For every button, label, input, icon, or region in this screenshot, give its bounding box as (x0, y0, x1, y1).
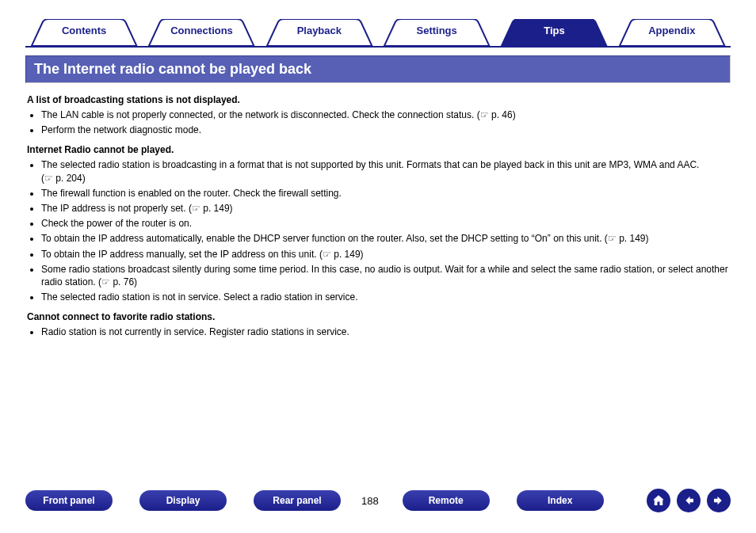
tab-playback[interactable]: Playback (261, 19, 378, 46)
home-icon[interactable] (647, 489, 670, 512)
tab-label: Playback (297, 25, 342, 36)
tab-label: Contents (62, 25, 106, 36)
tab-contents[interactable]: Contents (25, 19, 143, 46)
pointer-icon: ☞ (480, 109, 489, 120)
list-item-text: Some radio stations broadcast silently d… (41, 264, 728, 287)
page-number: 188 (361, 495, 379, 507)
list-item: The IP address is not properly set. (☞ p… (41, 202, 731, 215)
pointer-icon: ☞ (44, 173, 53, 184)
section-heading: Internet Radio cannot be played. (27, 144, 731, 155)
bottom-bar: Front panel Display Rear panel 188 Remot… (0, 489, 756, 512)
list-item: To obtain the IP address manually, set t… (41, 248, 731, 261)
list-item-text: Radio station is not currently in servic… (41, 326, 349, 337)
list-item-text: To obtain the IP address manually, set t… (41, 249, 317, 260)
list-item: The LAN cable is not properly connected,… (41, 109, 731, 121)
list-item: Perform the network diagnostic mode. (41, 124, 731, 136)
index-button[interactable]: Index (517, 490, 604, 511)
list-item: The selected radio station is broadcasti… (41, 158, 731, 184)
page: ContentsConnectionsPlaybackSettingsTipsA… (0, 0, 756, 533)
remote-button[interactable]: Remote (403, 490, 490, 511)
page-ref[interactable]: (☞ p. 76) (98, 276, 137, 287)
tab-tips[interactable]: Tips (495, 19, 613, 46)
display-button[interactable]: Display (139, 490, 227, 511)
pointer-icon: ☞ (323, 249, 331, 260)
list-item: The firewall function is enabled on the … (41, 187, 731, 200)
tab-label: Tips (544, 25, 565, 36)
nav-icons (647, 489, 731, 512)
tab-connections[interactable]: Connections (143, 19, 260, 46)
content-body: A list of broadcasting stations is not d… (25, 83, 731, 338)
section-list: Radio station is not currently in servic… (41, 326, 731, 338)
tab-settings[interactable]: Settings (378, 19, 495, 46)
section-list: The LAN cable is not properly connected,… (41, 109, 731, 136)
page-ref[interactable]: (☞ p. 149) (319, 249, 364, 260)
rear-panel-button[interactable]: Rear panel (254, 490, 341, 511)
tab-label: Appendix (648, 25, 695, 36)
list-item-text: Perform the network diagnostic mode. (41, 124, 201, 135)
list-item: Radio station is not currently in servic… (41, 326, 731, 338)
pointer-icon: ☞ (192, 203, 200, 214)
tab-label: Settings (417, 25, 457, 36)
list-item-text: The selected radio station is not in ser… (41, 291, 358, 303)
list-item: The selected radio station is not in ser… (41, 291, 731, 303)
list-item: Some radio stations broadcast silently d… (41, 263, 731, 288)
tab-label: Connections (170, 25, 233, 36)
page-ref[interactable]: (☞ p. 204) (41, 173, 86, 184)
section-heading: A list of broadcasting stations is not d… (27, 94, 731, 105)
front-panel-button[interactable]: Front panel (25, 490, 113, 511)
list-item-text: The selected radio station is broadcasti… (41, 159, 699, 170)
next-icon[interactable] (707, 489, 731, 512)
page-title: The Internet radio cannot be played back (25, 55, 731, 83)
list-item-text: The IP address is not properly set. (41, 203, 186, 214)
page-ref[interactable]: (☞ p. 46) (477, 109, 516, 120)
section-list: The selected radio station is broadcasti… (41, 158, 731, 303)
page-ref[interactable]: (☞ p. 149) (189, 203, 233, 214)
list-item-text: The LAN cable is not properly connected,… (41, 109, 474, 120)
list-item: To obtain the IP address automatically, … (41, 232, 731, 245)
pointer-icon: ☞ (608, 233, 617, 244)
section-heading: Cannot connect to favorite radio station… (27, 311, 731, 322)
top-tabbar: ContentsConnectionsPlaybackSettingsTipsA… (25, 19, 731, 48)
pointer-icon: ☞ (101, 276, 110, 287)
tab-appendix[interactable]: Appendix (613, 19, 731, 46)
list-item-text: The firewall function is enabled on the … (41, 188, 342, 199)
list-item-text: Check the power of the router is on. (41, 218, 192, 229)
page-ref[interactable]: (☞ p. 149) (605, 233, 649, 244)
list-item-text: To obtain the IP address automatically, … (41, 233, 602, 244)
prev-icon[interactable] (677, 489, 701, 512)
list-item: Check the power of the router is on. (41, 217, 731, 230)
